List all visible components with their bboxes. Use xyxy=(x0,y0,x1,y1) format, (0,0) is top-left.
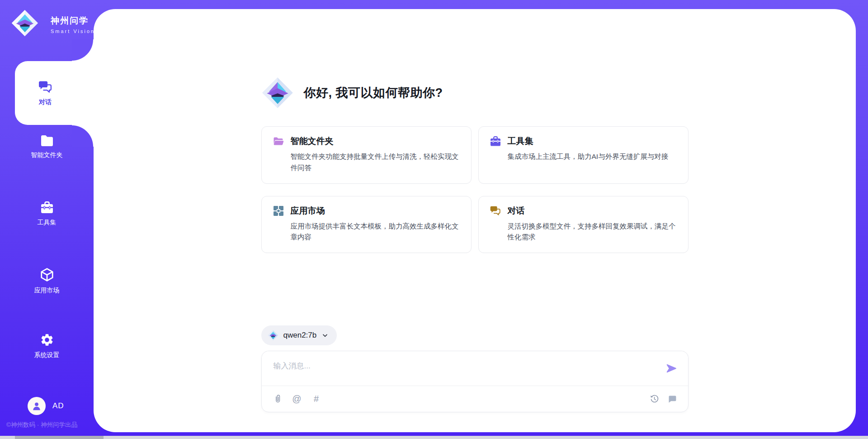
sidebar-item-settings[interactable]: 系统设置 xyxy=(0,333,94,359)
sidebar-item-toolset[interactable]: 工具集 xyxy=(0,201,94,227)
feedback-button[interactable] xyxy=(667,394,677,404)
card-app-market[interactable]: 应用市场 应用市场提供丰富长文本模板，助力高效生成多样化文章内容 xyxy=(261,196,472,253)
card-chat[interactable]: 对话 灵活切换多模型文件，支持多样回复效果调试，满足个性化需求 xyxy=(478,196,689,253)
sidebar-item-label: 工具集 xyxy=(38,219,57,227)
topic-button[interactable]: # xyxy=(311,394,321,404)
person-icon xyxy=(31,400,42,412)
paperclip-icon xyxy=(273,394,282,404)
assistant-logo-icon xyxy=(261,76,294,109)
model-label: qwen2:7b xyxy=(283,331,317,340)
footer-credit: ©神州数码 · 神州问学出品 xyxy=(6,421,77,429)
card-description: 集成市场上主流工具，助力AI与外界无缝扩展与对接 xyxy=(508,151,677,162)
card-title: 应用市场 xyxy=(291,205,325,217)
sidebar-item-label: 对话 xyxy=(39,98,52,106)
chat-bubbles-icon xyxy=(490,205,501,217)
horizontal-scrollbar[interactable] xyxy=(0,436,868,439)
composer-toolbar: @ # xyxy=(262,386,688,412)
gear-icon xyxy=(40,333,54,347)
sidebar-item-app-market[interactable]: 应用市场 xyxy=(0,267,94,295)
chat-bubble-icon xyxy=(667,394,677,404)
sidebar-item-smart-folder[interactable]: 智能文件夹 xyxy=(0,134,94,159)
tab-fillet-top xyxy=(72,39,94,61)
history-clock-icon xyxy=(650,394,659,404)
toolbox-icon xyxy=(40,201,54,215)
chevron-down-icon xyxy=(321,332,329,339)
grid-icon xyxy=(273,205,284,217)
mention-button[interactable]: @ xyxy=(292,394,302,404)
message-input[interactable] xyxy=(262,351,688,386)
brand-text: 神州问学 Smart Vision xyxy=(51,15,95,34)
sidebar-item-chat[interactable]: 对话 xyxy=(15,61,94,125)
folder-open-icon xyxy=(273,135,284,147)
folder-icon xyxy=(40,134,54,147)
page-title: 你好, 我可以如何帮助你? xyxy=(304,85,443,101)
card-description: 应用市场提供丰富长文本模板，助力高效生成多样化文章内容 xyxy=(291,221,460,243)
greeting: 你好, 我可以如何帮助你? xyxy=(261,76,689,110)
card-description: 智能文件夹功能支持批量文件上传与清洗，轻松实现文件问答 xyxy=(291,151,460,174)
sidebar-item-label: 智能文件夹 xyxy=(31,151,63,159)
hash-icon: # xyxy=(314,394,319,403)
sidebar-item-label: 应用市场 xyxy=(34,286,60,295)
cube-icon xyxy=(39,267,55,282)
attach-button[interactable] xyxy=(273,394,283,404)
avatar[interactable] xyxy=(28,397,46,415)
card-toolset[interactable]: 工具集 集成市场上主流工具，助力AI与外界无缝扩展与对接 xyxy=(478,126,689,184)
card-title: 智能文件夹 xyxy=(291,135,334,147)
model-selector[interactable]: qwen2:7b xyxy=(261,325,337,345)
model-logo-icon xyxy=(268,330,278,341)
card-title: 对话 xyxy=(508,205,525,217)
main-panel: 你好, 我可以如何帮助你? 智能文件夹 智能文件夹功能支持批量文件上传与清洗，轻… xyxy=(94,9,856,432)
card-title: 工具集 xyxy=(508,135,533,147)
chat-bubbles-icon xyxy=(38,80,53,94)
at-icon: @ xyxy=(292,394,301,403)
history-button[interactable] xyxy=(650,394,660,404)
feature-cards: 智能文件夹 智能文件夹功能支持批量文件上传与清洗，轻松实现文件问答 xyxy=(261,126,689,253)
user-initials: AD xyxy=(52,401,64,410)
sidebar-item-label: 系统设置 xyxy=(34,351,60,359)
composer: @ # xyxy=(261,351,689,412)
brand-name: 神州问学 xyxy=(51,15,95,27)
card-description: 灵活切换多模型文件，支持多样回复效果调试，满足个性化需求 xyxy=(508,221,677,243)
card-smart-folder[interactable]: 智能文件夹 智能文件夹功能支持批量文件上传与清洗，轻松实现文件问答 xyxy=(261,126,472,184)
brand-logo-icon xyxy=(11,9,39,37)
brand-subtitle: Smart Vision xyxy=(51,29,95,34)
send-button[interactable] xyxy=(665,363,677,374)
scrollbar-thumb[interactable] xyxy=(15,436,104,439)
user-account[interactable]: AD xyxy=(28,397,64,415)
toolbox-icon xyxy=(490,135,501,147)
